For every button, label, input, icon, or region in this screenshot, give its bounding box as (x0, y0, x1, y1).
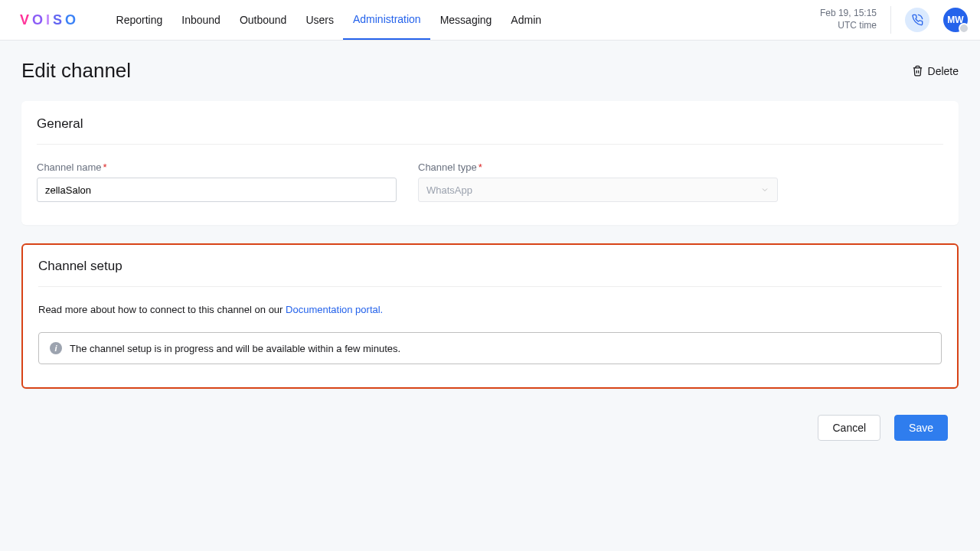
general-card: General Channel name* Channel type* What… (21, 101, 959, 225)
primary-nav: Reporting Inbound Outbound Users Adminis… (106, 0, 550, 40)
channel-name-label: Channel name* (37, 161, 397, 173)
page-content: Edit channel Delete General Channel name… (0, 41, 980, 441)
general-section-title: General (37, 116, 943, 145)
delete-button[interactable]: Delete (912, 65, 959, 77)
channel-type-value: WhatsApp (426, 184, 472, 196)
channel-type-field: Channel type* WhatsApp (418, 161, 778, 202)
nav-outbound[interactable]: Outbound (230, 0, 296, 40)
channel-setup-card: Channel setup Read more about how to con… (21, 243, 959, 389)
user-avatar[interactable]: MW (943, 8, 968, 32)
nav-messaging[interactable]: Messaging (430, 0, 501, 40)
save-button[interactable]: Save (894, 415, 948, 441)
top-navbar: V O I S O Reporting Inbound Outbound Use… (0, 0, 980, 41)
channel-name-field: Channel name* (37, 161, 397, 202)
nav-users[interactable]: Users (296, 0, 344, 40)
nav-administration[interactable]: Administration (343, 0, 430, 40)
form-actions: Cancel Save (21, 415, 959, 441)
general-form-row: Channel name* Channel type* WhatsApp (37, 161, 943, 202)
header-right: Feb 19, 15:15 UTC time MW (820, 6, 968, 34)
header-divider (890, 6, 891, 34)
page-title: Edit channel (21, 59, 131, 83)
phone-icon (911, 14, 923, 26)
header-datetime: Feb 19, 15:15 UTC time (820, 8, 877, 31)
nav-reporting[interactable]: Reporting (106, 0, 172, 40)
channel-name-input[interactable] (37, 178, 397, 202)
chevron-down-icon (760, 185, 769, 194)
nav-inbound[interactable]: Inbound (172, 0, 230, 40)
channel-setup-title: Channel setup (38, 259, 942, 287)
documentation-portal-link[interactable]: Documentation portal. (286, 304, 383, 315)
channel-setup-info-box: i The channel setup is in progress and w… (38, 332, 942, 364)
channel-type-select[interactable]: WhatsApp (418, 178, 778, 202)
page-header: Edit channel Delete (21, 59, 959, 83)
channel-setup-help: Read more about how to connect to this c… (38, 304, 942, 315)
logo: V O I S O (20, 12, 79, 28)
channel-type-label: Channel type* (418, 161, 778, 173)
cancel-button[interactable]: Cancel (818, 415, 880, 441)
dialer-button[interactable] (905, 8, 929, 32)
trash-icon (912, 65, 923, 77)
info-icon: i (50, 342, 62, 354)
nav-admin[interactable]: Admin (501, 0, 551, 40)
channel-setup-info-text: The channel setup is in progress and wil… (70, 343, 400, 354)
